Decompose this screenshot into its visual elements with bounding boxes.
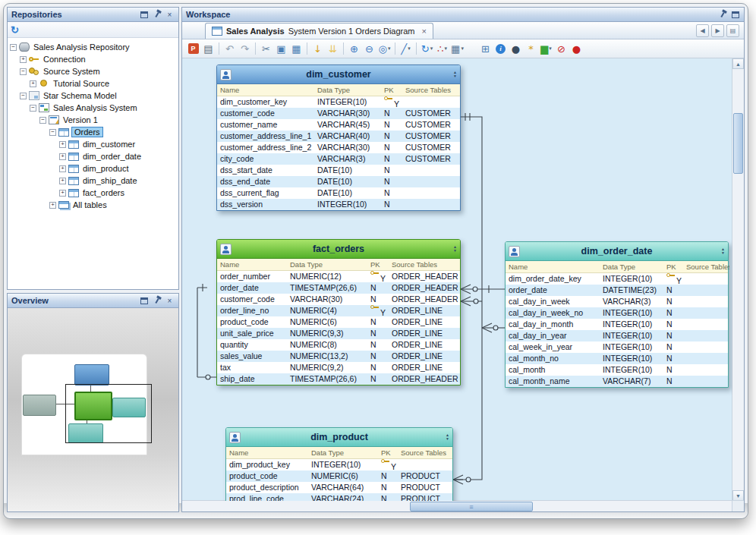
refresh-icon[interactable]: ↻	[11, 24, 19, 36]
attribute-row[interactable]: customer_address_line_2VARCHAR(30)NCUSTO…	[217, 142, 460, 153]
tree-item-dim-order-date[interactable]: +dim_order_date	[8, 150, 178, 162]
tree-minus-icon[interactable]: −	[39, 117, 46, 124]
close-icon[interactable]: ×	[165, 10, 175, 20]
paste-button[interactable]: ▦	[289, 41, 304, 56]
attribute-row[interactable]: product_codeNUMERIC(6)NPRODUCT	[226, 470, 452, 482]
tree-plus-icon[interactable]: +	[49, 202, 56, 209]
tree-item-version-1[interactable]: −Version 1	[8, 114, 178, 126]
tab-list-icon[interactable]: ▤	[726, 24, 739, 37]
tree-minus-icon[interactable]: −	[20, 68, 27, 75]
attribute-row[interactable]: cal_week_in_yearINTEGER(10)N	[506, 341, 728, 353]
attribute-row[interactable]: quantityNUMERIC(8)NORDER_LINE	[217, 339, 460, 351]
line-style-button[interactable]: ╱▾	[398, 41, 413, 56]
horizontal-scroll-thumb[interactable]	[410, 502, 533, 511]
repository-tree[interactable]: −Sales Analysis Repository+Connection−So…	[8, 38, 178, 289]
float-window-icon[interactable]	[139, 10, 149, 20]
attribute-row[interactable]: order_dateDATETIME(23)N	[506, 285, 728, 296]
tree-plus-icon[interactable]: +	[20, 56, 27, 63]
attribute-row[interactable]: dim_product_keyINTEGER(10)Y	[226, 459, 452, 470]
attribute-row[interactable]: order_numberNUMERIC(12)YORDER_HEADER	[217, 271, 460, 282]
record-button[interactable]: ●	[569, 41, 584, 56]
attribute-row[interactable]: cal_month_nameVARCHAR(7)N	[506, 376, 728, 387]
table-scroll-arrows[interactable]: ▲▼	[453, 245, 457, 253]
tree-minus-icon[interactable]: −	[30, 105, 36, 112]
attribute-row[interactable]: product_codeNUMERIC(6)NORDER_LINE	[217, 316, 460, 328]
attribute-row[interactable]: customer_codeVARCHAR(30)NCUSTOMER	[217, 108, 460, 119]
attribute-row[interactable]: customer_address_line_1VARCHAR(40)NCUSTO…	[217, 131, 460, 142]
tab-close-icon[interactable]: ×	[422, 27, 427, 36]
float-window-icon[interactable]	[730, 10, 740, 20]
tab-orders-diagram[interactable]: Sales Analysis System Version 1 Orders D…	[205, 23, 433, 39]
scroll-down-icon[interactable]: ▼	[732, 490, 744, 501]
attribute-row[interactable]: product_descriptionVARCHAR(64)NPRODUCT	[226, 482, 452, 493]
attribute-row[interactable]: city_codeVARCHAR(3)NCUSTOMER	[217, 153, 460, 165]
export-pdf-button[interactable]: P	[186, 41, 200, 56]
pin-icon[interactable]	[152, 10, 162, 20]
attribute-row[interactable]: cal_day_in_weekVARCHAR(3)N	[506, 296, 728, 307]
tree-item-source-system[interactable]: −Source System	[8, 65, 178, 77]
pin-icon[interactable]	[717, 10, 727, 20]
tree-item-sales-analysis-system[interactable]: −Sales Analysis System	[8, 102, 178, 114]
table-scroll-arrows[interactable]: ▲▼	[446, 433, 449, 441]
relationship-style-button[interactable]: ∴▾	[435, 41, 449, 56]
tree-item-dim-ship-date[interactable]: +dim_ship_date	[8, 175, 178, 187]
attribute-row[interactable]: prod_line_codeVARCHAR(24)NPRODUCT	[226, 493, 452, 501]
attribute-row[interactable]: cal_monthINTEGER(10)N	[506, 364, 728, 376]
diagram-canvas[interactable]: dim_customer▲▼NameData TypePKSource Tabl…	[182, 58, 732, 501]
move-down-button[interactable]: ↓	[310, 41, 325, 56]
tree-plus-icon[interactable]: +	[30, 80, 36, 87]
tree-item-connection[interactable]: +Connection	[8, 53, 178, 65]
attribute-row[interactable]: dss_end_dateDATE(10)N	[217, 176, 460, 187]
table-header[interactable]: dim_product▲▼	[226, 428, 452, 447]
tree-plus-icon[interactable]: +	[59, 153, 66, 160]
tab-scroll-right-icon[interactable]: ▶	[711, 24, 724, 37]
web-preview-button[interactable]: ●	[509, 41, 523, 56]
undo-button[interactable]: ↶	[222, 41, 237, 56]
tree-item-fact-orders[interactable]: +fact_orders	[8, 187, 178, 199]
redo-button[interactable]: ↷	[238, 41, 252, 56]
tree-plus-icon[interactable]: +	[59, 141, 66, 148]
scroll-up-icon[interactable]: ▲	[732, 58, 744, 69]
tree-item-dim-product[interactable]: +dim_product	[8, 162, 178, 175]
scroll-down-icon[interactable]: ▼	[453, 74, 457, 78]
attribute-row[interactable]: cal_day_in_monthINTEGER(10)N	[506, 319, 728, 330]
attribute-row[interactable]: cal_day_in_yearINTEGER(10)N	[506, 330, 728, 341]
cut-button[interactable]: ✂	[259, 41, 273, 56]
table-header[interactable]: dim_customer▲▼	[217, 65, 460, 84]
zoom-out-button[interactable]: ⊖	[362, 41, 376, 56]
vertical-scroll-thumb[interactable]	[733, 113, 743, 174]
table-scroll-arrows[interactable]: ▲▼	[721, 247, 725, 255]
tree-item-sales-analysis-repository[interactable]: −Sales Analysis Repository	[8, 41, 178, 53]
print-button[interactable]: ▤	[201, 41, 216, 56]
tree-item-tutorial-source[interactable]: +Tutorial Source	[8, 77, 178, 90]
attribute-row[interactable]: customer_codeVARCHAR(30)NORDER_HEADER	[217, 294, 460, 305]
tree-item-dim-customer[interactable]: +dim_customer	[8, 138, 178, 150]
attribute-row[interactable]: dim_customer_keyINTEGER(10)Y	[217, 96, 460, 108]
tree-item-all-tables[interactable]: +All tables	[8, 199, 178, 211]
move-down-all-button[interactable]: ⇊	[326, 41, 340, 56]
entity-table-dim-product[interactable]: dim_product▲▼NameData TypePKSource Table…	[225, 427, 453, 501]
tree-plus-icon[interactable]: +	[59, 190, 66, 197]
table-header[interactable]: dim_order_date▲▼	[506, 242, 728, 261]
attribute-row[interactable]: customer_nameVARCHAR(45)NCUSTOMER	[217, 119, 460, 131]
scroll-down-icon[interactable]: ▼	[453, 249, 457, 253]
overview-viewport[interactable]	[65, 384, 152, 443]
tree-plus-icon[interactable]: +	[59, 165, 66, 172]
attribute-row[interactable]: cal_month_noINTEGER(10)N	[506, 353, 728, 364]
grid-options-button[interactable]: ▦▾	[450, 41, 465, 56]
attribute-row[interactable]: order_dateTIMESTAMP(26,6)NORDER_HEADER	[217, 282, 460, 294]
auto-layout-button[interactable]: ⊞	[478, 41, 493, 56]
attribute-row[interactable]: taxNUMERIC(9,2)NORDER_LINE	[217, 362, 460, 373]
zoom-in-button[interactable]: ⊕	[347, 41, 361, 56]
vertical-scrollbar[interactable]: ▲ ▼	[732, 58, 744, 501]
table-scroll-arrows[interactable]: ▲▼	[453, 71, 457, 78]
attribute-row[interactable]: dss_current_flagDATE(10)N	[217, 187, 460, 199]
attribute-row[interactable]: dss_start_dateDATE(10)N	[217, 165, 460, 176]
scroll-down-icon[interactable]: ▼	[446, 437, 449, 441]
horizontal-scrollbar[interactable]	[182, 500, 732, 511]
attribute-row[interactable]: order_line_noNUMERIC(4)YORDER_LINE	[217, 305, 460, 316]
copy-button[interactable]: ▣	[274, 41, 288, 56]
tree-minus-icon[interactable]: −	[49, 129, 56, 136]
tree-plus-icon[interactable]: +	[59, 178, 66, 184]
statistics-button[interactable]: ▆▾	[539, 41, 553, 56]
